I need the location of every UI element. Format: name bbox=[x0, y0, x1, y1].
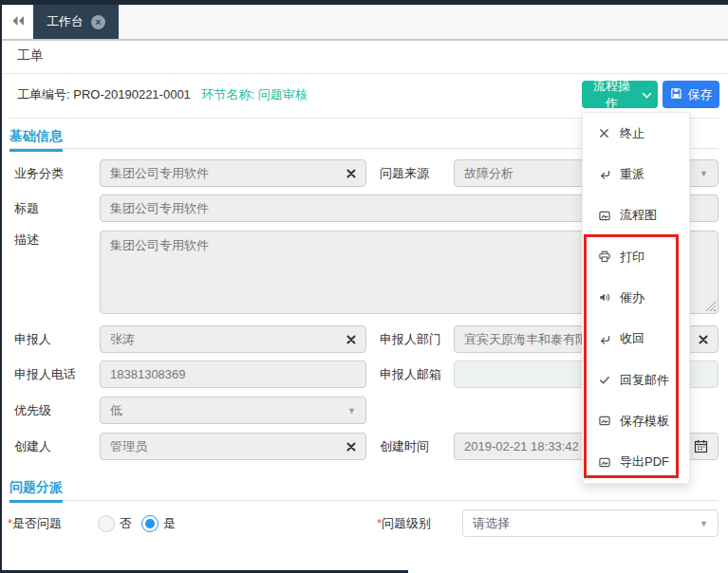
menu-item-label: 打印 bbox=[620, 249, 644, 266]
menu-item-label: 催办 bbox=[620, 289, 644, 306]
menu-item-terminate[interactable]: 终止 bbox=[583, 113, 689, 154]
menu-item-reply-email[interactable]: 回复邮件 bbox=[583, 360, 689, 400]
image-icon bbox=[597, 415, 611, 427]
create-time-label: 创建时间 bbox=[380, 433, 429, 460]
tab-workbench-label: 工作台 bbox=[47, 13, 84, 30]
menu-item-label: 终止 bbox=[620, 125, 644, 142]
order-info-line: 工单编号: PRO-20190221-0001 环节名称: 问题审核 bbox=[17, 86, 308, 103]
menu-item-export-pdf[interactable]: 导出PDF bbox=[583, 442, 689, 483]
is-issue-label: *是否问题 bbox=[8, 509, 62, 537]
reporter-phone-label: 申报人电话 bbox=[14, 360, 76, 388]
radio-option-no[interactable]: 否 bbox=[98, 515, 132, 532]
business-category-input[interactable]: 集团公司专用软件 bbox=[100, 159, 366, 187]
flow-actions-menu: 终止 重派 流程图 打印 催办 收回 回复邮件 保存模板 bbox=[582, 112, 690, 484]
tab-workbench[interactable]: 工作台 × bbox=[33, 5, 119, 39]
save-button[interactable]: 保存 bbox=[663, 81, 719, 108]
window-top-edge bbox=[0, 0, 728, 5]
step-name-value: 问题审核 bbox=[258, 87, 308, 102]
radio-on-icon bbox=[141, 515, 159, 532]
title-label: 标题 bbox=[14, 194, 39, 222]
radio-off-icon bbox=[98, 515, 115, 532]
creator-label: 创建人 bbox=[14, 433, 51, 460]
calendar-icon[interactable] bbox=[694, 439, 708, 453]
window-left-edge bbox=[0, 0, 2, 573]
creator-input[interactable]: 管理员 bbox=[100, 433, 366, 460]
clear-icon[interactable] bbox=[346, 442, 356, 452]
double-left-chevron-icon bbox=[11, 13, 25, 30]
divider bbox=[9, 500, 719, 501]
issue-level-select[interactable]: 请选择 ▼ bbox=[462, 509, 719, 537]
caret-down-icon: ▼ bbox=[700, 169, 708, 178]
x-icon bbox=[597, 127, 611, 139]
issue-source-label: 问题来源 bbox=[380, 159, 429, 187]
business-category-label: 业务分类 bbox=[14, 159, 64, 187]
priority-label: 优先级 bbox=[14, 397, 51, 424]
reporter-input[interactable]: 张涛 bbox=[100, 325, 366, 353]
menu-item-print[interactable]: 打印 bbox=[583, 236, 689, 277]
panel-title: 工单 bbox=[17, 47, 44, 65]
tab-bar: 工作台 × bbox=[2, 5, 728, 41]
divider bbox=[2, 73, 728, 74]
image-icon bbox=[597, 210, 611, 222]
flow-actions-label: 流程操作 bbox=[588, 78, 636, 112]
flow-actions-button[interactable]: 流程操作 bbox=[582, 81, 658, 108]
menu-item-label: 流程图 bbox=[620, 207, 657, 224]
menu-item-save-template[interactable]: 保存模板 bbox=[583, 400, 689, 441]
caret-down-icon: ▼ bbox=[347, 406, 356, 416]
description-value: 集团公司专用软件 bbox=[110, 238, 209, 252]
menu-item-label: 回复邮件 bbox=[620, 372, 669, 389]
section-basic-info: 基础信息 bbox=[9, 128, 63, 152]
menu-item-label: 保存模板 bbox=[620, 413, 669, 430]
issue-level-label: *问题级别 bbox=[377, 509, 431, 537]
step-label: 环节名称: bbox=[201, 87, 254, 102]
clear-icon[interactable] bbox=[699, 335, 708, 344]
creator-value: 管理员 bbox=[110, 438, 341, 455]
clear-icon[interactable] bbox=[346, 335, 356, 344]
order-no-label: 工单编号: bbox=[17, 87, 70, 102]
printer-icon bbox=[597, 250, 611, 263]
save-icon bbox=[670, 87, 682, 102]
workorder-screen: 工作台 × 工单 工单编号: PRO-20190221-0001 环节名称: 问… bbox=[0, 0, 728, 573]
close-tab-icon[interactable]: × bbox=[91, 15, 105, 29]
resize-handle-icon[interactable] bbox=[705, 301, 716, 311]
radio-option-yes[interactable]: 是 bbox=[141, 515, 176, 532]
reporter-label: 申报人 bbox=[14, 325, 51, 353]
menu-item-label: 重派 bbox=[620, 166, 644, 183]
priority-select[interactable]: 低 ▼ bbox=[100, 397, 366, 424]
priority-value: 低 bbox=[110, 402, 342, 419]
collapse-tabs-button[interactable] bbox=[2, 5, 33, 39]
reporter-email-label: 申报人邮箱 bbox=[380, 360, 441, 388]
return-arrow-icon bbox=[597, 168, 611, 180]
issue-level-value: 请选择 bbox=[473, 515, 694, 532]
menu-item-withdraw[interactable]: 收回 bbox=[583, 319, 689, 360]
menu-item-flowchart[interactable]: 流程图 bbox=[583, 195, 689, 236]
business-category-value: 集团公司专用软件 bbox=[110, 165, 341, 182]
speaker-icon bbox=[597, 291, 611, 304]
order-no-value: PRO-20190221-0001 bbox=[73, 87, 191, 102]
image-icon bbox=[597, 456, 611, 469]
reporter-value: 张涛 bbox=[110, 331, 341, 348]
caret-down-icon: ▼ bbox=[700, 519, 708, 528]
return-arrow-icon bbox=[597, 333, 611, 345]
reporter-phone-value: 18381308369 bbox=[110, 367, 356, 381]
reporter-phone-input[interactable]: 18381308369 bbox=[100, 360, 366, 388]
reporter-dept-label: 申报人部门 bbox=[380, 325, 441, 353]
is-issue-radio-group: 否 是 bbox=[98, 509, 176, 537]
section-issue-dispatch: 问题分派 bbox=[9, 479, 63, 503]
radio-no-label: 否 bbox=[120, 515, 132, 532]
menu-item-urge[interactable]: 催办 bbox=[583, 277, 689, 318]
menu-item-label: 导出PDF bbox=[620, 453, 669, 471]
menu-item-label: 收回 bbox=[620, 330, 644, 347]
check-icon bbox=[597, 374, 611, 386]
clear-icon[interactable] bbox=[346, 169, 356, 178]
description-label: 描述 bbox=[14, 231, 39, 250]
radio-yes-label: 是 bbox=[163, 515, 176, 532]
save-label: 保存 bbox=[688, 86, 713, 103]
menu-item-reassign[interactable]: 重派 bbox=[583, 154, 689, 194]
chevron-down-icon bbox=[642, 87, 652, 102]
